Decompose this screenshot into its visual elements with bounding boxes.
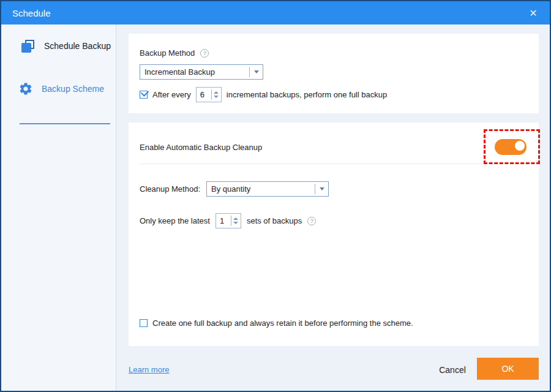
active-item-underline <box>20 123 110 124</box>
backup-method-card: Backup Method ? Incremental Backup After… <box>129 34 539 113</box>
cleanup-toggle[interactable] <box>495 139 527 155</box>
titlebar: Schedule ✕ <box>1 1 550 24</box>
sidebar-item-backup-scheme[interactable]: Backup Scheme <box>1 75 116 102</box>
chevron-down-icon <box>254 70 259 74</box>
keep-count-input[interactable] <box>216 216 231 225</box>
schedule-dialog: Schedule ✕ Schedule Backup Backup Scheme… <box>0 0 551 392</box>
backup-method-dropdown-value: Incremental Backup <box>140 67 249 77</box>
enable-cleanup-label: Enable Automatic Backup Cleanup <box>140 143 262 152</box>
cleanup-card: Enable Automatic Backup Cleanup Cleanup … <box>129 123 539 346</box>
toggle-knob <box>514 140 526 152</box>
backup-method-help-icon[interactable]: ? <box>200 49 209 58</box>
arrow-down-icon <box>233 222 238 224</box>
after-every-prefix: After every <box>152 90 191 99</box>
keep-latest-suffix: sets of backups <box>247 216 302 225</box>
divider <box>140 164 529 164</box>
cleanup-method-dropdown[interactable]: By quantity <box>206 181 329 197</box>
cleanup-method-label: Cleanup Method: <box>140 184 200 194</box>
arrow-up-icon <box>214 91 219 94</box>
incremental-count-input[interactable] <box>197 90 211 99</box>
sidebar-item-schedule-backup[interactable]: Schedule Backup <box>1 32 116 59</box>
sidebar-item-label: Schedule Backup <box>44 41 111 51</box>
gear-icon <box>18 81 33 96</box>
sidebar-item-label: Backup Scheme <box>42 84 104 94</box>
retain-full-backup-checkbox[interactable] <box>140 319 148 327</box>
backup-method-dropdown[interactable]: Incremental Backup <box>140 64 263 80</box>
arrow-down-icon <box>214 96 219 98</box>
stepper-arrows[interactable] <box>211 89 220 100</box>
schedule-backup-icon <box>21 40 34 53</box>
learn-more-link[interactable]: Learn more <box>129 365 169 374</box>
close-icon[interactable]: ✕ <box>523 1 544 24</box>
retain-full-backup-label: Create one full backup and always retain… <box>152 318 413 328</box>
window-title: Schedule <box>1 8 51 18</box>
arrow-up-icon <box>233 217 238 220</box>
dropdown-arrow-zone[interactable] <box>315 184 328 194</box>
ok-button[interactable]: OK <box>477 358 539 380</box>
backup-method-label: Backup Method <box>140 48 195 58</box>
keep-latest-prefix: Only keep the latest <box>140 216 210 225</box>
incremental-count-stepper[interactable] <box>196 87 222 102</box>
cleanup-method-dropdown-value: By quantity <box>207 184 315 194</box>
sidebar: Schedule Backup Backup Scheme <box>1 24 116 391</box>
stepper-arrows[interactable] <box>231 216 240 226</box>
dropdown-arrow-zone[interactable] <box>249 67 263 77</box>
keep-count-stepper[interactable] <box>216 213 241 228</box>
after-every-checkbox[interactable] <box>140 91 148 99</box>
keep-latest-help-icon[interactable]: ? <box>307 217 316 225</box>
after-every-suffix: incremental backups, perform one full ba… <box>227 90 387 99</box>
cancel-button[interactable]: Cancel <box>433 364 471 376</box>
chevron-down-icon <box>320 187 324 190</box>
